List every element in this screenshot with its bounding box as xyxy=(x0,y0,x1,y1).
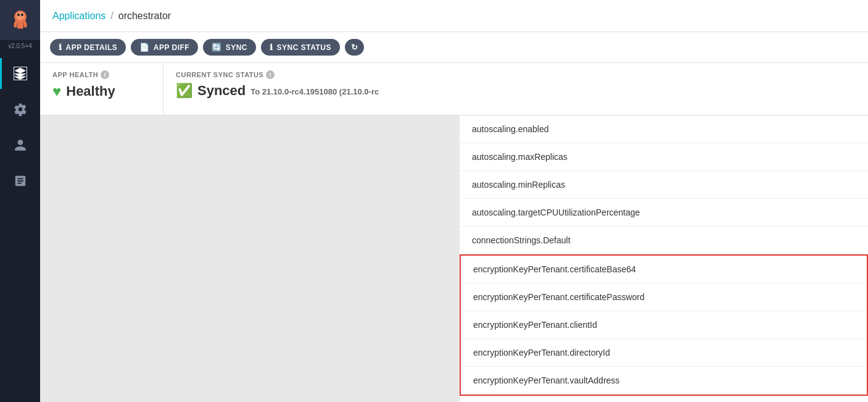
app-details-button[interactable]: ℹ APP DETAILS xyxy=(50,39,126,56)
sidebar-item-apps[interactable] xyxy=(0,58,40,89)
top-header: Applications / orchestrator xyxy=(40,0,868,32)
status-area: APP HEALTH i ♥ Healthy CURRENT SYNC STAT… xyxy=(40,63,868,115)
sidebar: v2.0.5+4 xyxy=(0,0,40,402)
sidebar-item-user[interactable] xyxy=(0,130,40,161)
svg-point-1 xyxy=(16,12,25,20)
left-panel xyxy=(40,115,460,402)
sync-button[interactable]: 🔄 SYNC xyxy=(203,39,256,56)
app-health-value: ♥ Healthy xyxy=(52,83,151,100)
breadcrumb-separator: / xyxy=(110,10,113,22)
content-area: autoscaling.enabledautoscaling.maxReplic… xyxy=(40,115,868,402)
logo-area xyxy=(0,0,40,40)
sync-icon: 🔄 xyxy=(212,43,222,52)
app-health-block: APP HEALTH i ♥ Healthy xyxy=(40,63,163,115)
list-item[interactable]: encryptionKeyPerTenant.certificateBase64 xyxy=(461,256,867,283)
list-item[interactable]: connectionStrings.Default xyxy=(460,227,868,254)
list-item[interactable]: autoscaling.targetCPUUtilizationPercenta… xyxy=(460,199,868,227)
list-item[interactable]: encryptionKeyPerTenant.certificatePasswo… xyxy=(461,283,867,311)
diff-icon: 📄 xyxy=(139,43,150,52)
highlighted-group: encryptionKeyPerTenant.certificateBase64… xyxy=(460,254,868,396)
check-icon: ✅ xyxy=(176,83,192,99)
sidebar-nav xyxy=(0,58,40,196)
sync-label: SYNC xyxy=(226,43,247,52)
more-icon: ↻ xyxy=(351,43,358,52)
right-panel: autoscaling.enabledautoscaling.maxReplic… xyxy=(460,115,868,402)
breadcrumb: Applications / orchestrator xyxy=(52,10,171,22)
gear-icon xyxy=(14,103,27,116)
heart-icon: ♥ xyxy=(52,83,61,100)
sync-status-icon: ℹ xyxy=(270,43,273,52)
list-item[interactable]: encryptionKeyPerTenant.directoryId xyxy=(461,339,867,367)
sidebar-item-settings[interactable] xyxy=(0,94,40,125)
more-button[interactable]: ↻ xyxy=(345,39,365,56)
layers-icon xyxy=(14,67,27,80)
sync-status-info-icon[interactable]: i xyxy=(266,70,275,79)
main-area: Applications / orchestrator ℹ APP DETAIL… xyxy=(40,0,868,402)
version-label: v2.0.5+4 xyxy=(7,40,33,52)
app-details-label: APP DETAILS xyxy=(66,43,118,52)
sync-status-label: CURRENT SYNC STATUS i xyxy=(176,70,856,79)
app-diff-button[interactable]: 📄 APP DIFF xyxy=(131,39,198,56)
docs-icon xyxy=(14,174,27,188)
sync-status-block: CURRENT SYNC STATUS i ✅ Synced To 21.10.… xyxy=(163,63,868,115)
app-diff-label: APP DIFF xyxy=(154,43,189,52)
list-item[interactable]: autoscaling.minReplicas xyxy=(460,171,868,199)
breadcrumb-current: orchestrator xyxy=(118,10,171,22)
sync-status-label: SYNC STATUS xyxy=(277,43,331,52)
app-health-label: APP HEALTH i xyxy=(52,70,151,79)
sync-status-value: ✅ Synced To 21.10.0-rc4.1951080 (21.10.0… xyxy=(176,83,856,99)
svg-point-3 xyxy=(21,14,23,16)
app-logo-icon xyxy=(8,8,33,33)
app-health-info-icon[interactable]: i xyxy=(101,70,109,79)
breadcrumb-applications-link[interactable]: Applications xyxy=(52,10,105,22)
user-icon xyxy=(14,138,27,152)
sync-status-button[interactable]: ℹ SYNC STATUS xyxy=(261,39,340,56)
sidebar-item-docs[interactable] xyxy=(0,165,40,196)
list-item[interactable]: autoscaling.maxReplicas xyxy=(460,143,868,171)
svg-point-2 xyxy=(17,14,20,16)
params-list: autoscaling.enabledautoscaling.maxReplic… xyxy=(460,115,868,396)
sync-detail: To 21.10.0-rc4.1951080 (21.10.0-rc xyxy=(250,87,379,96)
info-icon: ℹ xyxy=(59,43,62,52)
toolbar: ℹ APP DETAILS 📄 APP DIFF 🔄 SYNC ℹ SYNC S… xyxy=(40,32,868,63)
list-item[interactable]: encryptionKeyPerTenant.vaultAddress xyxy=(461,367,867,395)
list-item[interactable]: encryptionKeyPerTenant.clientId xyxy=(461,311,867,339)
list-item[interactable]: autoscaling.enabled xyxy=(460,115,868,143)
